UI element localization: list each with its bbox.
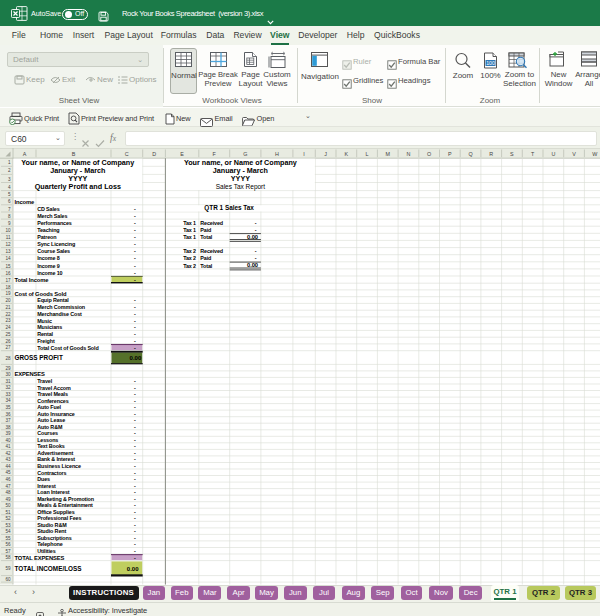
svg-text:57: 57	[5, 549, 11, 554]
svg-text:Tax 1: Tax 1	[183, 227, 196, 233]
svg-text:Studio Rent: Studio Rent	[37, 528, 66, 534]
svg-text:Total Cost of Goods Sold: Total Cost of Goods Sold	[37, 345, 98, 351]
svg-text:U: U	[551, 151, 555, 157]
svg-text:E: E	[180, 151, 184, 157]
svg-text:TOTAL INCOME/LOSS: TOTAL INCOME/LOSS	[15, 565, 83, 572]
svg-text:Equip Rental: Equip Rental	[37, 297, 69, 303]
svg-text:4: 4	[8, 185, 11, 190]
svg-text:9: 9	[8, 221, 11, 226]
svg-text:25: 25	[5, 332, 11, 337]
svg-text:CD Sales: CD Sales	[37, 206, 60, 212]
svg-text:Paid: Paid	[200, 255, 211, 261]
svg-text:Telephone: Telephone	[37, 541, 63, 547]
svg-text:0.00: 0.00	[130, 355, 142, 361]
svg-text:Paid: Paid	[200, 227, 211, 233]
svg-text:36: 36	[5, 412, 11, 417]
svg-text:5: 5	[8, 192, 11, 197]
svg-text:G: G	[243, 151, 247, 157]
svg-text:1: 1	[8, 160, 11, 165]
svg-text:2: 2	[8, 168, 11, 173]
svg-text:55: 55	[5, 536, 11, 541]
svg-text:Interest: Interest	[37, 483, 56, 489]
svg-text:Tax 1: Tax 1	[183, 234, 196, 240]
svg-text:Rental: Rental	[37, 331, 53, 337]
svg-text:O: O	[427, 151, 431, 157]
svg-text:28: 28	[5, 356, 11, 361]
svg-text:Sync Licencing: Sync Licencing	[37, 241, 75, 247]
svg-text:P: P	[448, 151, 452, 157]
svg-text:Quarterly Profit and Loss: Quarterly Profit and Loss	[35, 182, 121, 191]
svg-text:Bank & Interest: Bank & Interest	[37, 456, 75, 462]
svg-text:47: 47	[5, 484, 11, 489]
svg-text:17: 17	[5, 278, 11, 283]
svg-text:29: 29	[5, 366, 11, 371]
svg-text:Received: Received	[200, 248, 223, 254]
svg-text:Loan Interest: Loan Interest	[37, 489, 70, 495]
svg-text:10: 10	[5, 228, 11, 233]
svg-text:Travel: Travel	[37, 378, 52, 384]
svg-text:YYYY: YYYY	[231, 174, 250, 183]
svg-text:46: 46	[5, 477, 11, 482]
svg-text:58: 58	[5, 555, 11, 560]
svg-text:Tax 2: Tax 2	[183, 263, 196, 269]
svg-text:Utilities: Utilities	[37, 548, 56, 554]
svg-text:Freight: Freight	[37, 338, 55, 344]
svg-text:18: 18	[5, 285, 11, 290]
svg-text:24: 24	[5, 325, 11, 330]
svg-text:40: 40	[5, 438, 11, 443]
svg-text:35: 35	[5, 405, 11, 410]
svg-text:49: 49	[5, 497, 11, 502]
svg-text:20: 20	[5, 298, 11, 303]
svg-text:Auto Fuel: Auto Fuel	[37, 404, 61, 410]
svg-text:53: 53	[5, 523, 11, 528]
svg-text:Studio R&M: Studio R&M	[37, 522, 67, 528]
svg-text:B: B	[72, 151, 76, 157]
svg-text:100: 100	[486, 60, 495, 66]
svg-text:V: V	[572, 151, 576, 157]
svg-text:Music: Music	[37, 318, 52, 324]
svg-text:Cost of Goods Sold: Cost of Goods Sold	[15, 291, 68, 297]
svg-text:60: 60	[5, 577, 11, 582]
svg-text:33: 33	[5, 392, 11, 397]
svg-text:L: L	[366, 151, 369, 157]
svg-text:Conferences: Conferences	[37, 398, 68, 404]
svg-text:26: 26	[5, 339, 11, 344]
svg-text:Travel Accom: Travel Accom	[37, 385, 71, 391]
svg-text:Auto Lease: Auto Lease	[37, 417, 65, 423]
svg-text:Contractors: Contractors	[37, 470, 66, 476]
svg-text:TOTAL EXPENSES: TOTAL EXPENSES	[15, 555, 65, 561]
svg-text:7: 7	[8, 207, 11, 212]
svg-text:Tax 2: Tax 2	[183, 248, 196, 254]
svg-text:W: W	[592, 151, 598, 157]
svg-text:Q: Q	[468, 151, 472, 157]
svg-text:0.00: 0.00	[247, 234, 258, 240]
svg-text:39: 39	[5, 431, 11, 436]
svg-text:Travel Meals: Travel Meals	[37, 391, 68, 397]
svg-text:H: H	[275, 151, 279, 157]
svg-text:R: R	[489, 151, 493, 157]
svg-text:Meals & Entertainment: Meals & Entertainment	[37, 502, 93, 508]
svg-text:Patreon: Patreon	[37, 234, 56, 240]
svg-text:14: 14	[5, 256, 11, 261]
svg-text:54: 54	[5, 529, 11, 534]
svg-text:Income: Income	[15, 199, 35, 205]
svg-text:Text Books: Text Books	[37, 443, 65, 449]
svg-text:S: S	[510, 151, 514, 157]
svg-text:Business Licence: Business Licence	[37, 463, 81, 469]
svg-text:12: 12	[5, 242, 11, 247]
svg-text:22: 22	[5, 312, 11, 317]
svg-text:Merch Commission: Merch Commission	[37, 304, 85, 310]
svg-text:59: 59	[5, 566, 11, 571]
svg-text:Advertisement: Advertisement	[37, 450, 73, 456]
svg-text:Office Supplies: Office Supplies	[37, 509, 75, 515]
svg-text:Merch Sales: Merch Sales	[37, 213, 67, 219]
svg-text:I: I	[303, 151, 305, 157]
svg-text:Income 9: Income 9	[37, 263, 60, 269]
svg-text:Received: Received	[200, 220, 223, 226]
svg-text:8: 8	[8, 214, 11, 219]
svg-text:13: 13	[5, 249, 11, 254]
svg-text:GROSS PROFIT: GROSS PROFIT	[15, 354, 63, 361]
svg-text:44: 44	[5, 464, 11, 469]
svg-text:32: 32	[5, 385, 11, 390]
svg-text:Tax 1: Tax 1	[183, 220, 196, 226]
